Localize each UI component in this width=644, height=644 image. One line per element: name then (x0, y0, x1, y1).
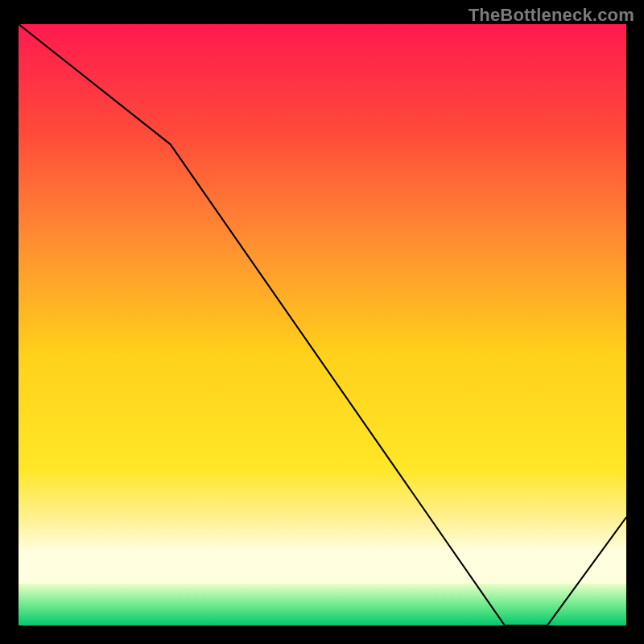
curve-svg (19, 24, 626, 625)
attribution-text: TheBottleneck.com (469, 5, 634, 26)
bottleneck-curve (19, 24, 626, 625)
chart-container: TheBottleneck.com (0, 0, 644, 644)
plot-area (18, 24, 626, 626)
